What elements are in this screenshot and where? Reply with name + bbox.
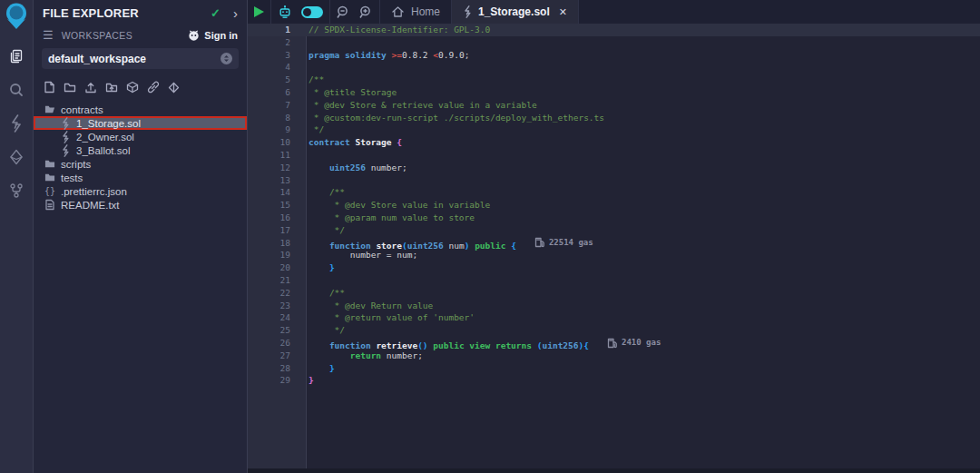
code-text: */ <box>306 123 324 136</box>
cube-icon[interactable] <box>126 81 139 94</box>
folder-open-icon <box>44 104 55 114</box>
line-number: 24 <box>248 311 306 324</box>
copilot-toggle[interactable] <box>301 6 323 18</box>
code-line-2[interactable]: 2 <box>248 36 980 49</box>
code-line-14[interactable]: 14 /** <box>248 186 980 199</box>
code-text <box>306 149 309 162</box>
line-number: 15 <box>248 199 306 212</box>
run-script-button[interactable] <box>254 6 264 17</box>
new-folder-icon[interactable] <box>64 82 76 94</box>
tree-item-tests[interactable]: tests <box>34 171 247 184</box>
remix-logo-icon[interactable] <box>4 3 29 30</box>
solidity-icon <box>463 5 472 18</box>
code-line-20[interactable]: 20 } <box>248 261 980 274</box>
code-line-12[interactable]: 12 uint256 number; <box>248 162 980 174</box>
code-text <box>306 174 309 187</box>
upload-folder-icon[interactable] <box>105 82 118 94</box>
link-icon[interactable] <box>147 81 160 94</box>
tree-item-readme-txt[interactable]: README.txt <box>34 198 247 212</box>
zoom-in-icon[interactable] <box>359 5 373 19</box>
code-line-24[interactable]: 24 * @return value of 'number' <box>248 311 980 324</box>
tree-item--prettierrc-json[interactable]: {}.prettierrc.json <box>34 184 247 198</box>
tree-item-contracts[interactable]: contracts <box>34 103 247 116</box>
git-icon[interactable] <box>0 173 34 207</box>
tab-home[interactable]: Home <box>380 0 452 24</box>
search-icon[interactable] <box>0 73 34 106</box>
code-text: contract Storage { <box>306 136 402 149</box>
gas-estimate-badge: 2410 gas <box>607 337 661 350</box>
code-line-29[interactable]: 29} <box>248 374 980 387</box>
close-icon[interactable]: ✕ <box>559 6 567 18</box>
code-line-23[interactable]: 23 * @dev Return value <box>248 300 980 312</box>
code-line-5[interactable]: 5/** <box>248 74 980 86</box>
code-line-7[interactable]: 7 * @dev Store & retrieve value in a var… <box>248 99 980 112</box>
line-number: 12 <box>248 162 306 174</box>
code-line-26[interactable]: 26 function retrieve() public view retur… <box>248 337 980 350</box>
code-line-10[interactable]: 10contract Storage { <box>248 136 980 149</box>
file-explorer-panel: FILE EXPLORER ✓ › ☰ WORKSPACES Sign in <box>34 0 248 473</box>
tab-1-storage-sol[interactable]: 1_Storage.sol✕ <box>452 0 579 24</box>
file-tree: contracts1_Storage.sol2_Owner.sol3_Ballo… <box>34 103 247 212</box>
line-number: 28 <box>248 362 306 375</box>
code-text: */ <box>306 324 345 337</box>
workspaces-menu-icon[interactable]: ☰ <box>43 28 54 42</box>
code-line-19[interactable]: 19 number = num; <box>248 249 980 261</box>
code-text: * @dev Return value <box>306 300 433 312</box>
code-line-3[interactable]: 3pragma solidity >=0.8.2 <0.9.0; <box>248 49 980 62</box>
code-line-16[interactable]: 16 * @param num value to store <box>248 212 980 224</box>
line-number: 16 <box>248 212 306 224</box>
zoom-out-icon[interactable] <box>337 5 350 19</box>
gas-estimate-value: 2410 gas <box>622 337 661 350</box>
line-number: 14 <box>248 186 306 199</box>
code-text: function store(uint256 num) public {2251… <box>306 237 593 250</box>
code-line-8[interactable]: 8 * @custom:dev-run-script ./scripts/dep… <box>248 112 980 124</box>
code-line-27[interactable]: 27 return number; <box>248 350 980 362</box>
workspaces-label: WORKSPACES <box>62 30 189 41</box>
code-text <box>306 36 309 49</box>
code-line-21[interactable]: 21 <box>248 274 980 287</box>
code-line-11[interactable]: 11 <box>248 149 980 162</box>
code-line-22[interactable]: 22 /** <box>248 287 980 300</box>
line-number: 26 <box>248 337 306 350</box>
check-icon[interactable]: ✓ <box>211 6 220 20</box>
code-line-4[interactable]: 4 <box>248 61 980 74</box>
code-editor[interactable]: 1// SPDX-License-Identifier: GPL-3.023pr… <box>248 24 980 473</box>
file-name: 1_Storage.sol <box>76 118 141 129</box>
tree-item-1-storage-sol[interactable]: 1_Storage.sol <box>34 116 247 130</box>
github-sign-in-button[interactable]: Sign in <box>188 30 238 41</box>
new-file-icon[interactable] <box>44 81 55 94</box>
line-number: 23 <box>248 300 306 312</box>
line-number: 7 <box>248 99 306 112</box>
icon-sidebar <box>0 0 34 473</box>
solidity-compiler-icon[interactable] <box>0 106 34 140</box>
tree-item-3-ballot-sol[interactable]: 3_Ballot.sol <box>34 143 247 157</box>
tree-item-2-owner-sol[interactable]: 2_Owner.sol <box>34 130 247 143</box>
ai-copilot-icon[interactable] <box>278 5 292 19</box>
diamond-icon[interactable] <box>168 82 180 94</box>
tab-label: Home <box>411 5 440 18</box>
workspace-select[interactable]: default_workspace <box>42 48 239 69</box>
code-line-15[interactable]: 15 * @dev Store value in variable <box>248 199 980 212</box>
code-line-25[interactable]: 25 */ <box>248 324 980 337</box>
file-explorer-icon[interactable] <box>0 39 34 73</box>
json-icon: {} <box>44 186 55 196</box>
workspaces-row: ☰ WORKSPACES Sign in <box>34 23 247 44</box>
chevron-right-icon[interactable]: › <box>233 9 238 18</box>
file-name: tests <box>61 172 83 183</box>
editor-tabs: Home1_Storage.sol✕ <box>380 0 579 24</box>
deploy-run-icon[interactable] <box>0 140 34 173</box>
code-line-28[interactable]: 28 } <box>248 362 980 375</box>
code-text: /** <box>306 186 345 199</box>
code-line-1[interactable]: 1// SPDX-License-Identifier: GPL-3.0 <box>248 24 980 36</box>
code-line-18[interactable]: 18 function store(uint256 num) public {2… <box>248 237 980 250</box>
panel-title: FILE EXPLORER <box>43 6 211 20</box>
code-line-13[interactable]: 13 <box>248 174 980 187</box>
line-number: 19 <box>248 249 306 261</box>
tree-item-scripts[interactable]: scripts <box>34 157 247 171</box>
code-line-6[interactable]: 6 * @title Storage <box>248 86 980 99</box>
code-line-17[interactable]: 17 */ <box>248 224 980 237</box>
upload-files-icon[interactable] <box>84 82 97 94</box>
editor-topbar: Home1_Storage.sol✕ <box>248 0 980 24</box>
code-line-9[interactable]: 9 */ <box>248 123 980 136</box>
tab-label: 1_Storage.sol <box>478 5 550 18</box>
